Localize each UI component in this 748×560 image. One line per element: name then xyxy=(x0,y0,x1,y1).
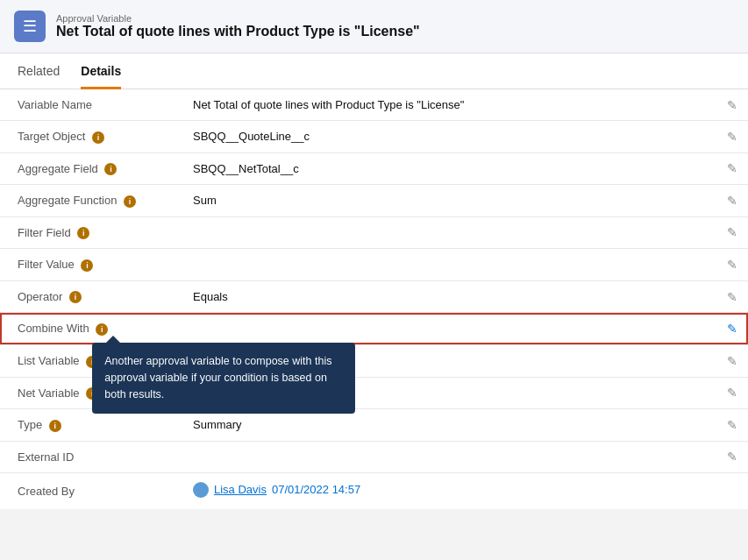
tabs-row: Related Details xyxy=(0,53,748,89)
edit-cell-created-by xyxy=(716,472,748,509)
field-value-aggregate-function: Sum xyxy=(193,185,716,217)
info-icon-filter-value[interactable]: i xyxy=(81,259,93,272)
field-value-list-variable xyxy=(193,344,716,377)
edit-cell-external-id: ✎ xyxy=(716,441,748,472)
header-title: Net Total of quote lines with Product Ty… xyxy=(56,24,420,39)
edit-icon-target-object[interactable]: ✎ xyxy=(727,130,737,144)
app-header: ☰ Approval Variable Net Total of quote l… xyxy=(0,0,748,53)
field-value-external-id xyxy=(193,441,716,472)
main-content: Related Details Variable Name Net Total … xyxy=(0,53,748,509)
table-row: External ID ✎ xyxy=(0,441,748,472)
field-label-filter-field: Filter Field i xyxy=(0,216,193,249)
edit-cell-type: ✎ xyxy=(716,409,748,442)
field-label-variable-name: Variable Name xyxy=(0,89,193,121)
info-icon-net-variable[interactable]: i xyxy=(86,387,98,400)
tooltip-container-combine-with: i Another approval variable to compose w… xyxy=(92,322,108,336)
edit-icon-operator[interactable]: ✎ xyxy=(727,290,737,304)
field-value-created-by: Lisa Davis 07/01/2022 14:57 xyxy=(193,472,716,509)
table-row: Net Variable i ✎ xyxy=(0,377,748,409)
field-label-net-variable: Net Variable i xyxy=(0,377,193,409)
edit-icon-filter-value[interactable]: ✎ xyxy=(727,258,737,272)
field-value-net-variable xyxy=(193,377,716,409)
edit-cell-filter-field: ✎ xyxy=(716,216,748,249)
field-label-target-object: Target Object i xyxy=(0,121,193,153)
field-value-aggregate-field: SBQQ__NetTotal__c xyxy=(193,152,716,185)
edit-cell-operator: ✎ xyxy=(716,280,748,313)
field-label-operator: Operator i xyxy=(0,280,193,313)
created-by-link[interactable]: Lisa Davis 07/01/2022 14:57 xyxy=(193,482,360,498)
edit-icon-aggregate-function[interactable]: ✎ xyxy=(727,194,737,208)
table-row: Filter Value i ✎ xyxy=(0,249,748,281)
table-row: Variable Name Net Total of quote lines w… xyxy=(0,89,748,121)
info-icon-type[interactable]: i xyxy=(49,420,61,432)
table-row: Type i Summary ✎ xyxy=(0,409,748,442)
table-row: Created By Lisa Davis 07/01/2022 14:57 xyxy=(0,472,748,509)
field-value-filter-value xyxy=(193,249,716,281)
field-label-combine-with: Combine With i Another approval variable… xyxy=(0,313,193,345)
info-icon-aggregate-function[interactable]: i xyxy=(124,195,136,208)
edit-cell-aggregate-field: ✎ xyxy=(716,152,748,185)
table-row: Aggregate Field i SBQQ__NetTotal__c ✎ xyxy=(0,152,748,185)
table-row: Operator i Equals ✎ xyxy=(0,280,748,313)
info-icon-combine-with[interactable]: i xyxy=(96,323,108,336)
edit-cell-aggregate-function: ✎ xyxy=(716,185,748,217)
header-text: Approval Variable Net Total of quote lin… xyxy=(56,13,420,39)
field-label-list-variable: List Variable i xyxy=(0,344,193,377)
avatar xyxy=(193,482,209,498)
field-value-target-object: SBQQ__QuoteLine__c xyxy=(193,121,716,153)
edit-cell-combine-with: ✎ xyxy=(716,313,748,345)
edit-icon-net-variable[interactable]: ✎ xyxy=(727,386,737,400)
field-value-variable-name: Net Total of quote lines with Product Ty… xyxy=(193,89,716,121)
header-subtitle: Approval Variable xyxy=(56,13,420,24)
info-icon-aggregate-field[interactable]: i xyxy=(104,163,117,175)
info-icon-filter-field[interactable]: i xyxy=(77,227,89,239)
edit-icon-type[interactable]: ✎ xyxy=(727,418,737,432)
table-row-combine-with: Combine With i Another approval variable… xyxy=(0,313,748,345)
field-label-aggregate-field: Aggregate Field i xyxy=(0,152,193,185)
field-label-filter-value: Filter Value i xyxy=(0,249,193,281)
table-row: Filter Field i ✎ xyxy=(0,216,748,249)
field-label-created-by: Created By xyxy=(0,472,193,509)
field-value-operator: Equals xyxy=(193,280,716,313)
table-row: Target Object i SBQQ__QuoteLine__c ✎ xyxy=(0,121,748,153)
edit-icon-filter-field[interactable]: ✎ xyxy=(727,225,737,239)
edit-cell-net-variable: ✎ xyxy=(716,377,748,409)
tab-details[interactable]: Details xyxy=(81,53,121,89)
fields-table: Variable Name Net Total of quote lines w… xyxy=(0,89,748,509)
approval-variable-icon: ☰ xyxy=(14,11,46,42)
edit-cell-variable-name: ✎ xyxy=(716,89,748,121)
info-icon-operator[interactable]: i xyxy=(69,291,82,303)
field-label-external-id: External ID xyxy=(0,441,193,472)
edit-icon-aggregate-field[interactable]: ✎ xyxy=(727,161,737,175)
edit-cell-target-object: ✎ xyxy=(716,121,748,153)
field-label-type: Type i xyxy=(0,409,193,442)
edit-icon-variable-name[interactable]: ✎ xyxy=(727,98,737,112)
edit-cell-filter-value: ✎ xyxy=(716,249,748,281)
field-value-combine-with xyxy=(193,313,716,345)
field-value-type: Summary xyxy=(193,409,716,442)
edit-icon-combine-with[interactable]: ✎ xyxy=(727,322,737,336)
info-icon-list-variable[interactable]: i xyxy=(86,356,98,368)
table-row: Aggregate Function i Sum ✎ xyxy=(0,185,748,217)
edit-icon-external-id[interactable]: ✎ xyxy=(727,450,737,464)
created-by-date: 07/01/2022 14:57 xyxy=(272,483,360,496)
field-label-aggregate-function: Aggregate Function i xyxy=(0,185,193,217)
app-container: ☰ Approval Variable Net Total of quote l… xyxy=(0,0,748,509)
edit-cell-list-variable: ✎ xyxy=(716,344,748,377)
created-by-name[interactable]: Lisa Davis xyxy=(214,483,267,496)
tab-related[interactable]: Related xyxy=(18,53,60,89)
field-value-filter-field xyxy=(193,216,716,249)
table-row: List Variable i ✎ xyxy=(0,344,748,377)
info-icon-target-object[interactable]: i xyxy=(92,131,104,144)
edit-icon-list-variable[interactable]: ✎ xyxy=(727,354,737,368)
